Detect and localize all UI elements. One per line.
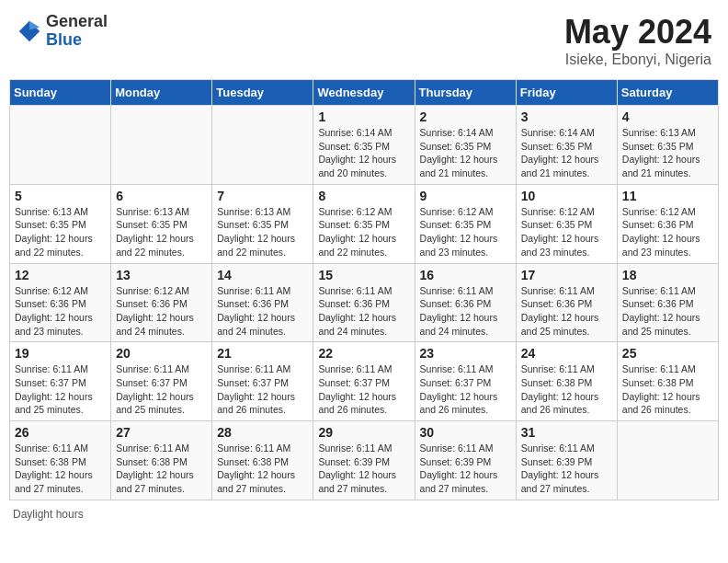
cell-content: Sunrise: 6:13 AM Sunset: 6:35 PM Dayligh… [622, 126, 713, 180]
calendar-cell: 28Sunrise: 6:11 AM Sunset: 6:38 PM Dayli… [212, 421, 313, 500]
calendar-cell: 23Sunrise: 6:11 AM Sunset: 6:37 PM Dayli… [415, 342, 516, 421]
cell-content: Sunrise: 6:14 AM Sunset: 6:35 PM Dayligh… [318, 126, 409, 180]
calendar-cell: 22Sunrise: 6:11 AM Sunset: 6:37 PM Dayli… [313, 342, 415, 421]
page-header: General Blue May 2024 Isieke, Ebonyi, Ni… [9, 9, 719, 72]
cell-content: Sunrise: 6:12 AM Sunset: 6:35 PM Dayligh… [521, 205, 612, 259]
day-number: 29 [318, 425, 409, 440]
calendar-cell: 2Sunrise: 6:14 AM Sunset: 6:35 PM Daylig… [415, 106, 516, 185]
calendar-cell: 9Sunrise: 6:12 AM Sunset: 6:35 PM Daylig… [415, 184, 516, 263]
logo-general-text: General [46, 13, 108, 31]
calendar-cell [212, 106, 313, 185]
cell-content: Sunrise: 6:12 AM Sunset: 6:35 PM Dayligh… [420, 205, 511, 259]
col-header-friday: Friday [516, 80, 617, 106]
week-row-3: 12Sunrise: 6:12 AM Sunset: 6:36 PM Dayli… [10, 263, 719, 342]
day-number: 4 [622, 109, 713, 124]
day-number: 26 [15, 425, 106, 440]
cell-content: Sunrise: 6:13 AM Sunset: 6:35 PM Dayligh… [116, 205, 207, 259]
calendar-table: SundayMondayTuesdayWednesdayThursdayFrid… [9, 79, 719, 500]
day-number: 23 [420, 346, 511, 361]
cell-content: Sunrise: 6:11 AM Sunset: 6:39 PM Dayligh… [318, 442, 409, 496]
calendar-cell: 13Sunrise: 6:12 AM Sunset: 6:36 PM Dayli… [111, 263, 212, 342]
calendar-cell: 27Sunrise: 6:11 AM Sunset: 6:38 PM Dayli… [111, 421, 212, 500]
calendar-cell: 4Sunrise: 6:13 AM Sunset: 6:35 PM Daylig… [617, 106, 718, 185]
calendar-cell: 17Sunrise: 6:11 AM Sunset: 6:36 PM Dayli… [516, 263, 617, 342]
cell-content: Sunrise: 6:11 AM Sunset: 6:37 PM Dayligh… [217, 362, 308, 417]
daylight-label: Daylight hours [13, 508, 84, 521]
col-header-saturday: Saturday [617, 80, 718, 106]
calendar-cell: 16Sunrise: 6:11 AM Sunset: 6:36 PM Dayli… [415, 263, 516, 342]
calendar-cell: 8Sunrise: 6:12 AM Sunset: 6:35 PM Daylig… [313, 184, 415, 263]
day-number: 1 [318, 109, 409, 124]
day-number: 19 [15, 346, 106, 361]
cell-content: Sunrise: 6:11 AM Sunset: 6:38 PM Dayligh… [217, 442, 308, 496]
cell-content: Sunrise: 6:11 AM Sunset: 6:36 PM Dayligh… [217, 284, 308, 339]
col-header-wednesday: Wednesday [313, 80, 415, 106]
logo: General Blue [17, 13, 108, 50]
calendar-cell: 10Sunrise: 6:12 AM Sunset: 6:35 PM Dayli… [516, 184, 617, 263]
cell-content: Sunrise: 6:11 AM Sunset: 6:37 PM Dayligh… [420, 362, 511, 417]
day-number: 13 [116, 268, 207, 282]
logo-text: General Blue [46, 13, 108, 50]
day-number: 25 [622, 346, 713, 361]
calendar-cell: 6Sunrise: 6:13 AM Sunset: 6:35 PM Daylig… [111, 184, 212, 263]
day-number: 28 [217, 425, 308, 440]
footer: Daylight hours [9, 508, 719, 521]
calendar-cell: 20Sunrise: 6:11 AM Sunset: 6:37 PM Dayli… [111, 342, 212, 421]
cell-content: Sunrise: 6:11 AM Sunset: 6:38 PM Dayligh… [622, 362, 713, 417]
calendar-cell: 24Sunrise: 6:11 AM Sunset: 6:38 PM Dayli… [516, 342, 617, 421]
day-number: 17 [521, 268, 612, 282]
day-number: 31 [521, 425, 612, 440]
calendar-cell [617, 421, 718, 500]
calendar-cell: 26Sunrise: 6:11 AM Sunset: 6:38 PM Dayli… [10, 421, 111, 500]
col-header-sunday: Sunday [10, 80, 111, 106]
location-text: Isieke, Ebonyi, Nigeria [564, 52, 711, 68]
cell-content: Sunrise: 6:11 AM Sunset: 6:38 PM Dayligh… [15, 442, 106, 496]
cell-content: Sunrise: 6:11 AM Sunset: 6:37 PM Dayligh… [15, 362, 106, 417]
header-row: SundayMondayTuesdayWednesdayThursdayFrid… [10, 80, 719, 106]
calendar-cell: 31Sunrise: 6:11 AM Sunset: 6:39 PM Dayli… [516, 421, 617, 500]
cell-content: Sunrise: 6:11 AM Sunset: 6:36 PM Dayligh… [318, 284, 409, 339]
day-number: 10 [521, 189, 612, 203]
day-number: 11 [622, 189, 713, 203]
calendar-cell: 5Sunrise: 6:13 AM Sunset: 6:35 PM Daylig… [10, 184, 111, 263]
calendar-cell: 1Sunrise: 6:14 AM Sunset: 6:35 PM Daylig… [313, 106, 415, 185]
cell-content: Sunrise: 6:12 AM Sunset: 6:36 PM Dayligh… [116, 284, 207, 339]
logo-icon [17, 18, 42, 44]
day-number: 16 [420, 268, 511, 282]
calendar-cell: 30Sunrise: 6:11 AM Sunset: 6:39 PM Dayli… [415, 421, 516, 500]
calendar-cell: 15Sunrise: 6:11 AM Sunset: 6:36 PM Dayli… [313, 263, 415, 342]
cell-content: Sunrise: 6:11 AM Sunset: 6:38 PM Dayligh… [116, 442, 207, 496]
calendar-cell: 21Sunrise: 6:11 AM Sunset: 6:37 PM Dayli… [212, 342, 313, 421]
logo-blue-text: Blue [46, 31, 108, 50]
day-number: 15 [318, 268, 409, 282]
day-number: 5 [15, 189, 106, 203]
day-number: 30 [420, 425, 511, 440]
week-row-5: 26Sunrise: 6:11 AM Sunset: 6:38 PM Dayli… [10, 421, 719, 500]
cell-content: Sunrise: 6:11 AM Sunset: 6:37 PM Dayligh… [116, 362, 207, 417]
cell-content: Sunrise: 6:11 AM Sunset: 6:36 PM Dayligh… [521, 284, 612, 339]
cell-content: Sunrise: 6:12 AM Sunset: 6:36 PM Dayligh… [622, 205, 713, 259]
col-header-thursday: Thursday [415, 80, 516, 106]
calendar-body: 1Sunrise: 6:14 AM Sunset: 6:35 PM Daylig… [10, 106, 719, 500]
day-number: 21 [217, 346, 308, 361]
cell-content: Sunrise: 6:11 AM Sunset: 6:36 PM Dayligh… [420, 284, 511, 339]
calendar-cell: 19Sunrise: 6:11 AM Sunset: 6:37 PM Dayli… [10, 342, 111, 421]
day-number: 24 [521, 346, 612, 361]
week-row-1: 1Sunrise: 6:14 AM Sunset: 6:35 PM Daylig… [10, 106, 719, 185]
calendar-cell: 18Sunrise: 6:11 AM Sunset: 6:36 PM Dayli… [617, 263, 718, 342]
day-number: 20 [116, 346, 207, 361]
day-number: 2 [420, 109, 511, 124]
svg-marker-1 [29, 21, 40, 30]
cell-content: Sunrise: 6:12 AM Sunset: 6:35 PM Dayligh… [318, 205, 409, 259]
day-number: 27 [116, 425, 207, 440]
calendar-cell: 12Sunrise: 6:12 AM Sunset: 6:36 PM Dayli… [10, 263, 111, 342]
calendar-cell [111, 106, 212, 185]
calendar-cell: 25Sunrise: 6:11 AM Sunset: 6:38 PM Dayli… [617, 342, 718, 421]
col-header-tuesday: Tuesday [212, 80, 313, 106]
title-block: May 2024 Isieke, Ebonyi, Nigeria [564, 13, 711, 68]
day-number: 14 [217, 268, 308, 282]
day-number: 9 [420, 189, 511, 203]
day-number: 6 [116, 189, 207, 203]
day-number: 22 [318, 346, 409, 361]
cell-content: Sunrise: 6:14 AM Sunset: 6:35 PM Dayligh… [521, 126, 612, 180]
